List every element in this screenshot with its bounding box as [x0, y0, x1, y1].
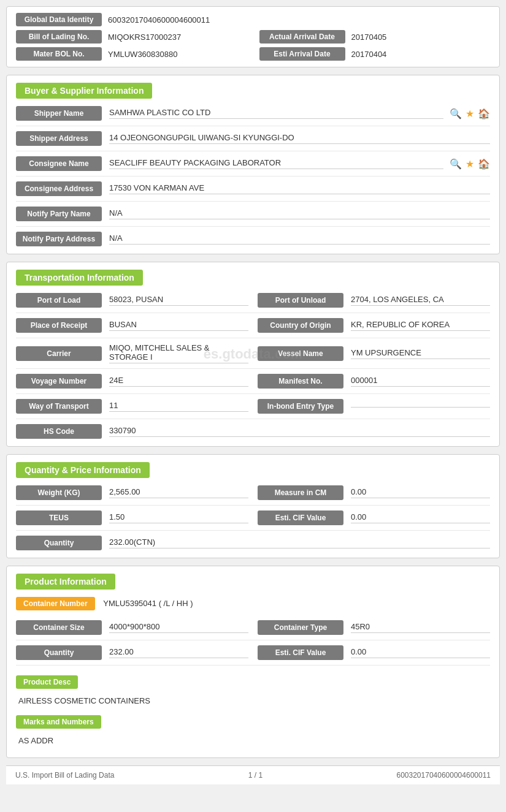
container-number-label: Container Number [16, 597, 95, 610]
mater-bol-pair: Mater BOL No. YMLUW360830880 [16, 47, 247, 61]
country-of-origin-label: Country of Origin [258, 318, 343, 333]
product-desc-label: Product Desc [16, 675, 78, 689]
transportation-section: Transportation Information es.gtodata.co… [6, 262, 500, 447]
hs-code-label: HS Code [16, 424, 102, 439]
transportation-title: Transportation Information [16, 270, 143, 286]
carrier-pair: Carrier MIQO, MITCHELL SALES & STORAGE I [16, 343, 248, 363]
quantity-row: Quantity 232.00(CTN) [16, 536, 490, 550]
global-data-identity-row: Global Data Identity 6003201704060000460… [16, 13, 490, 26]
shipper-address-value: 14 OJEONGONGUPGIL UIWANG-SI KYUNGGI-DO [109, 133, 490, 144]
product-desc-text: AIRLESS COSMETIC CONTAINERS [16, 696, 490, 705]
shipper-search-icon[interactable]: 🔍 [450, 108, 462, 120]
bill-of-lading-value: MIQOKRS17000237 [108, 32, 181, 42]
place-of-receipt-value: BUSAN [109, 320, 248, 331]
esti-cif-value-label: Esti. CIF Value [258, 510, 343, 525]
product-quantity-value: 232.00 [109, 647, 248, 658]
container-type-pair: Container Type 45R0 [258, 620, 490, 635]
shipper-address-label: Shipper Address [16, 131, 102, 146]
footer: U.S. Import Bill of Lading Data 1 / 1 60… [6, 765, 500, 784]
hs-code-pair: HS Code 330790 [16, 424, 490, 439]
global-data-identity-label: Global Data Identity [16, 13, 102, 26]
manifest-no-pair: Manifest No. 000001 [258, 374, 490, 389]
consignee-name-value: SEACLIFF BEAUTY PACKAGING LABORATOR [109, 158, 443, 169]
consignee-address-label: Consignee Address [16, 181, 102, 196]
port-of-unload-pair: Port of Unload 2704, LOS ANGELES, CA [258, 293, 490, 308]
country-of-origin-pair: Country of Origin KR, REPUBLIC OF KOREA [258, 318, 490, 333]
page: Global Data Identity 6003201704060000460… [0, 0, 506, 812]
notify-party-name-row: Notify Party Name N/A [16, 207, 490, 227]
esti-cif-value-value: 0.00 [351, 512, 490, 523]
shipper-star-icon[interactable]: ★ [466, 108, 474, 120]
notify-party-address-label: Notify Party Address [16, 232, 102, 246]
vessel-name-label: Vessel Name [258, 346, 343, 361]
product-esti-cif-value: 0.00 [351, 647, 490, 658]
container-size-label: Container Size [16, 620, 102, 635]
bill-of-lading-row: Bill of Lading No. MIQOKRS17000237 Actua… [16, 30, 490, 44]
quantity-price-section: Quantity & Price Information Weight (KG)… [6, 454, 500, 558]
weight-pair: Weight (KG) 2,565.00 [16, 485, 248, 500]
voyage-number-pair: Voyage Number 24E [16, 374, 248, 389]
hs-code-value: 330790 [109, 426, 490, 437]
bill-of-lading-pair: Bill of Lading No. MIQOKRS17000237 [16, 30, 247, 44]
manifest-no-label: Manifest No. [258, 374, 343, 389]
country-of-origin-value: KR, REPUBLIC OF KOREA [351, 320, 490, 331]
measure-in-cm-label: Measure in CM [258, 485, 343, 500]
container-size-pair: Container Size 4000*900*800 [16, 620, 248, 635]
marks-and-numbers-block: Marks and Numbers [16, 710, 490, 732]
way-of-transport-value: 11 [109, 401, 248, 412]
identity-section: Global Data Identity 6003201704060000460… [6, 6, 500, 67]
voyage-manifest-row: Voyage Number 24E Manifest No. 000001 [16, 374, 490, 394]
in-bond-entry-type-value [351, 406, 490, 408]
quantity-label: Quantity [16, 536, 102, 550]
teus-label: TEUS [16, 510, 102, 525]
esti-arrival-date-value: 20170404 [351, 50, 387, 59]
voyage-number-value: 24E [109, 376, 248, 387]
receipt-origin-row: Place of Receipt BUSAN Country of Origin… [16, 318, 490, 338]
carrier-label: Carrier [16, 346, 102, 361]
esti-arrival-date-label: Esti Arrival Date [259, 47, 345, 61]
in-bond-entry-type-label: In-bond Entry Type [258, 399, 343, 414]
weight-kg-label: Weight (KG) [16, 485, 102, 500]
port-of-load-value: 58023, PUSAN [109, 295, 248, 306]
measure-pair: Measure in CM 0.00 [258, 485, 490, 500]
shipper-home-icon[interactable]: 🏠 [478, 108, 490, 120]
weight-measure-row: Weight (KG) 2,565.00 Measure in CM 0.00 [16, 485, 490, 506]
consignee-search-icon[interactable]: 🔍 [450, 158, 462, 170]
esti-cif-pair: Esti. CIF Value 0.00 [258, 510, 490, 525]
footer-right: 60032017040600004600011 [397, 771, 491, 780]
notify-party-address-row: Notify Party Address N/A [16, 232, 490, 246]
esti-arrival-pair: Esti Arrival Date 20170404 [259, 47, 491, 61]
container-number-block: Container Number YMLU5395041 ( /L / HH ) [16, 597, 490, 614]
port-of-unload-value: 2704, LOS ANGELES, CA [351, 295, 490, 306]
consignee-home-icon[interactable]: 🏠 [478, 158, 490, 170]
container-size-type-row: Container Size 4000*900*800 Container Ty… [16, 620, 490, 640]
product-esti-cif-label: Esti. CIF Value [258, 645, 343, 660]
container-type-label: Container Type [258, 620, 343, 635]
footer-center: 1 / 1 [248, 771, 263, 780]
marks-and-numbers-label: Marks and Numbers [16, 715, 101, 729]
marks-and-numbers-value: AS ADDR [16, 736, 490, 745]
place-of-receipt-label: Place of Receipt [16, 318, 102, 333]
place-of-receipt-pair: Place of Receipt BUSAN [16, 318, 248, 333]
quantity-pair: Quantity 232.00(CTN) [16, 536, 490, 550]
notify-party-address-value: N/A [109, 233, 490, 245]
product-desc-block: Product Desc [16, 670, 490, 692]
consignee-name-label: Consignee Name [16, 156, 102, 171]
hs-code-row: HS Code 330790 [16, 424, 490, 439]
port-of-load-label: Port of Load [16, 293, 102, 308]
consignee-star-icon[interactable]: ★ [466, 158, 474, 170]
product-info-section: Product Information Container Number YML… [6, 566, 500, 758]
port-of-load-pair: Port of Load 58023, PUSAN [16, 293, 248, 308]
vessel-name-pair: Vessel Name YM UPSURGENCE [258, 346, 490, 361]
container-size-value: 4000*900*800 [109, 622, 248, 633]
notify-party-name-label: Notify Party Name [16, 207, 102, 221]
shipper-name-value: SAMHWA PLASTIC CO LTD [109, 108, 443, 119]
vessel-name-value: YM UPSURGENCE [351, 348, 490, 359]
in-bond-pair: In-bond Entry Type [258, 399, 490, 414]
container-number-value: YMLU5395041 ( /L / HH ) [103, 599, 193, 608]
consignee-address-row: Consignee Address 17530 VON KARMAN AVE [16, 181, 490, 202]
container-type-value: 45R0 [351, 622, 490, 633]
manifest-no-value: 000001 [351, 376, 490, 387]
carrier-vessel-row: Carrier MIQO, MITCHELL SALES & STORAGE I… [16, 343, 490, 369]
product-esti-cif-pair: Esti. CIF Value 0.00 [258, 645, 490, 660]
